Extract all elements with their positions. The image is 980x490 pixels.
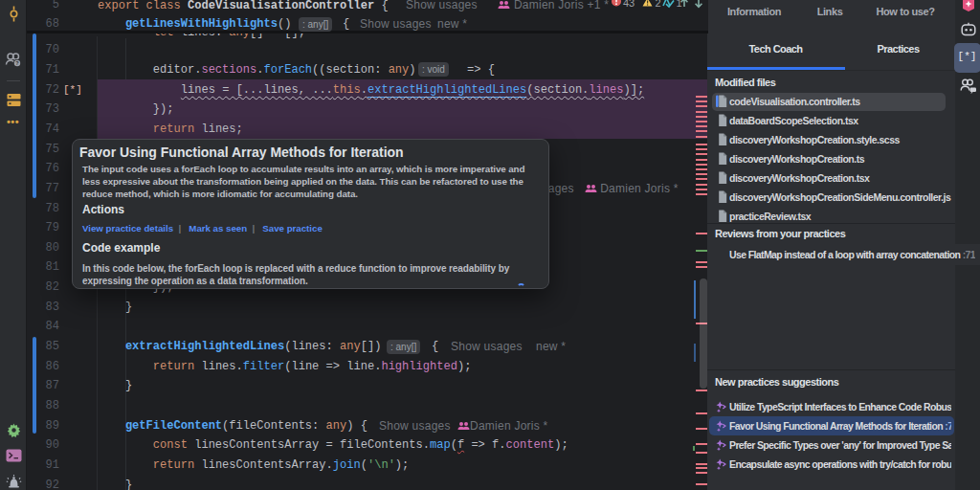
svg-text:43: 43 [623, 0, 635, 9]
svg-text:2: 2 [656, 0, 661, 9]
